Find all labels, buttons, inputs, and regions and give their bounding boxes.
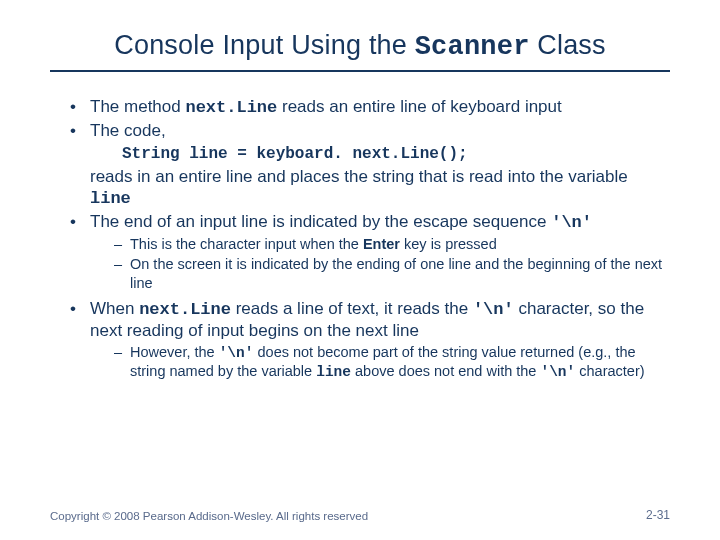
b4-sublist: However, the '\n' does not become part o… [90,343,670,381]
page-number: 2-31 [646,508,670,522]
bullet-4: When next.Line reads a line of text, it … [70,298,670,382]
b4-s1-pre: However, the [130,344,219,360]
b3-sub2: On the screen it is indicated by the end… [114,255,670,291]
b2-cont-pre: reads in an entire line and places the s… [90,167,628,186]
b3-s1-bold: Enter [363,236,400,252]
b3-code: '\n' [551,213,592,232]
b3-s1-post: key is pressed [400,236,497,252]
b4-mid1: reads a line of text, it reads the [231,299,473,318]
title-code: Scanner [415,32,530,62]
b1-code: next.Line [185,98,277,117]
b4-s1-c2: line [316,364,351,380]
b4-s1-c3: '\n' [540,364,575,380]
bullet-2: The code, String line = keyboard. next.L… [70,120,670,209]
b4-c2: '\n' [473,300,514,319]
copyright-footer: Copyright © 2008 Pearson Addison-Wesley.… [50,510,368,522]
b3-pre: The end of an input line is indicated by… [90,212,551,231]
slide-title: Console Input Using the Scanner Class [50,30,670,72]
b1-post: reads an entire line of keyboard input [277,97,561,116]
b4-s1-post: character) [575,363,644,379]
b4-sub1: However, the '\n' does not become part o… [114,343,670,381]
bullet-3: The end of an input line is indicated by… [70,211,670,292]
b2-cont-code: line [90,189,131,208]
title-pre: Console Input Using the [114,30,414,60]
code-line: String line = keyboard. next.Line(); [122,144,670,164]
bullet-1: The method next.Line reads an entire lin… [70,96,670,118]
b3-sublist: This is the character input when the Ent… [90,235,670,291]
b4-s1-c1: '\n' [219,345,254,361]
bullet-list: The method next.Line reads an entire lin… [50,96,670,381]
title-post: Class [530,30,606,60]
b4-c1: next.Line [139,300,231,319]
b3-s1-pre: This is the character input when the [130,236,363,252]
b4-s1-mid2: above does not end with the [351,363,540,379]
slide: Console Input Using the Scanner Class Th… [0,0,720,540]
b2-text: The code, [90,121,166,140]
b1-pre: The method [90,97,185,116]
b4-pre: When [90,299,139,318]
b2-cont: reads in an entire line and places the s… [90,166,670,210]
b3-sub1: This is the character input when the Ent… [114,235,670,253]
